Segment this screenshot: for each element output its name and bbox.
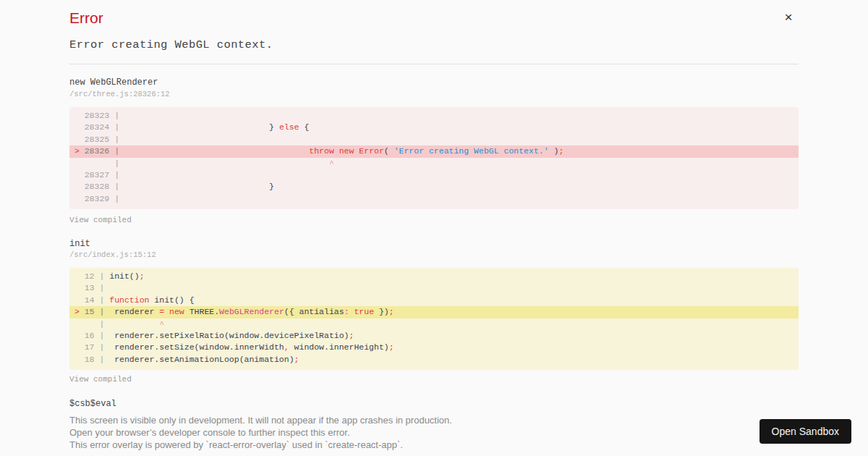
code-line: 14 | function init() { xyxy=(69,295,799,306)
code-token: new xyxy=(169,307,184,316)
line-marker xyxy=(69,182,85,191)
code-token xyxy=(334,146,339,156)
code-token xyxy=(124,159,329,168)
code-token: ({ antialias xyxy=(284,307,344,316)
code-token: } xyxy=(124,122,279,132)
code-token xyxy=(109,319,159,329)
code-line: 28328 | } xyxy=(69,181,799,193)
code-token: ; xyxy=(389,307,394,316)
code-frame-webglrenderer: 28323 | 28324 | } else { 28325 | > 28326… xyxy=(69,107,799,209)
view-compiled-link[interactable]: View compiled xyxy=(69,375,132,384)
line-number-gutter: 28327 | xyxy=(69,170,124,180)
code-token: THREE. xyxy=(184,307,219,316)
line-marker xyxy=(69,170,85,180)
error-line-marker: > xyxy=(69,307,85,316)
view-compiled-link[interactable]: View compiled xyxy=(69,216,132,224)
code-token: function xyxy=(109,295,149,305)
line-number-gutter: > 15 | xyxy=(69,307,109,316)
code-line: 16 | renderer.setPixelRatio(window.devic… xyxy=(69,330,799,342)
line-marker xyxy=(69,283,85,292)
line-number: 17 | xyxy=(85,342,110,352)
line-number-gutter: 12 | xyxy=(69,271,109,281)
code-line: | ^ xyxy=(69,158,799,169)
line-marker xyxy=(69,295,85,305)
code-token: , xyxy=(284,342,289,352)
line-number-gutter: 13 | xyxy=(69,283,109,292)
close-icon[interactable]: × xyxy=(778,7,799,28)
footer-line-powered-by: This error overlay is powered by `react-… xyxy=(69,439,720,452)
column-caret: ^ xyxy=(329,159,334,168)
line-marker xyxy=(69,342,85,352)
code-line: 28327 | xyxy=(69,169,799,181)
line-number: | xyxy=(85,319,110,329)
line-number-gutter: | xyxy=(69,319,109,329)
line-number-gutter: 28324 | xyxy=(69,122,124,132)
code-token: renderer.setAnimationLoop(animation) xyxy=(109,355,294,364)
code-token: true xyxy=(354,307,374,316)
line-number: 16 | xyxy=(85,331,110,340)
code-token: } xyxy=(124,182,274,191)
line-number-gutter: 28329 | xyxy=(69,194,124,203)
code-line: 28325 | xyxy=(69,134,799,145)
line-marker xyxy=(69,159,85,168)
code-token: renderer.setPixelRatio(window.devicePixe… xyxy=(109,331,349,340)
stack-frame-function-name: init xyxy=(69,239,90,249)
code-token: ; xyxy=(558,146,563,156)
line-number: 28324 | xyxy=(85,122,124,132)
code-line: 28323 | xyxy=(69,110,799,122)
line-number: 28323 | xyxy=(85,111,124,120)
code-line-highlighted: > 28326 | throw new Error( 'Error creati… xyxy=(69,145,799,157)
code-line: 17 | renderer.setSize(window.innerWidth,… xyxy=(69,342,799,353)
code-line: 12 | init(); xyxy=(69,271,799,282)
header-divider xyxy=(69,64,799,64)
line-number: 15 | xyxy=(85,307,110,316)
footer-line-dev-only: This screen is visible only in developme… xyxy=(69,415,720,427)
code-line: | ^ xyxy=(69,318,799,330)
open-sandbox-button[interactable]: Open Sandbox xyxy=(760,419,851,444)
overlay-footer: This screen is visible only in developme… xyxy=(69,415,720,451)
code-line: 18 | renderer.setAnimationLoop(animation… xyxy=(69,354,799,366)
code-token: renderer.setSize(window.innerWidth xyxy=(109,342,284,352)
line-number: 14 | xyxy=(85,295,110,305)
line-marker xyxy=(69,355,85,364)
line-marker xyxy=(69,111,85,120)
code-token: WebGLRenderer xyxy=(219,307,284,316)
stack-frame-file-path: /src/index.js:15:12 xyxy=(69,250,156,259)
error-message: Error creating WebGL context. xyxy=(69,38,273,51)
line-number: 12 | xyxy=(85,271,110,281)
line-number-gutter: 28328 | xyxy=(69,182,124,191)
code-frame-init: 12 | init(); 13 | 14 | function init() {… xyxy=(69,268,799,370)
line-number-gutter: | xyxy=(69,159,124,168)
code-line-highlighted: > 15 | renderer = new THREE.WebGLRendere… xyxy=(69,306,799,318)
error-line-marker: > xyxy=(69,146,85,156)
code-line: 28324 | } else { xyxy=(69,122,799,133)
code-token: Error xyxy=(359,146,384,156)
line-number: 18 | xyxy=(85,355,110,364)
code-token: throw xyxy=(309,146,334,156)
line-marker xyxy=(69,122,85,132)
line-marker xyxy=(69,194,85,203)
code-token: { xyxy=(299,122,309,132)
line-number-gutter: 16 | xyxy=(69,331,109,340)
line-number: 13 | xyxy=(85,283,110,292)
code-token: init() xyxy=(109,271,139,281)
line-marker xyxy=(69,319,85,329)
code-token: ; xyxy=(389,342,394,352)
line-number-gutter: 17 | xyxy=(69,342,109,352)
line-number-gutter: 18 | xyxy=(69,355,109,364)
line-number: 28328 | xyxy=(85,182,124,191)
code-token: ; xyxy=(294,355,299,364)
line-number: 28326 | xyxy=(85,146,124,156)
code-token: renderer xyxy=(109,307,159,316)
line-number-gutter: 28323 | xyxy=(69,111,124,120)
code-token: window.innerHeight) xyxy=(289,342,389,352)
code-token: 'Error creating WebGL context.' xyxy=(394,146,549,156)
code-token xyxy=(124,146,309,156)
line-number: 28329 | xyxy=(85,194,124,203)
line-marker xyxy=(69,331,85,340)
code-token: }) xyxy=(374,307,389,316)
code-token: ; xyxy=(349,331,354,340)
line-marker xyxy=(69,135,85,144)
code-token: else xyxy=(279,122,299,132)
column-caret: ^ xyxy=(159,319,164,329)
